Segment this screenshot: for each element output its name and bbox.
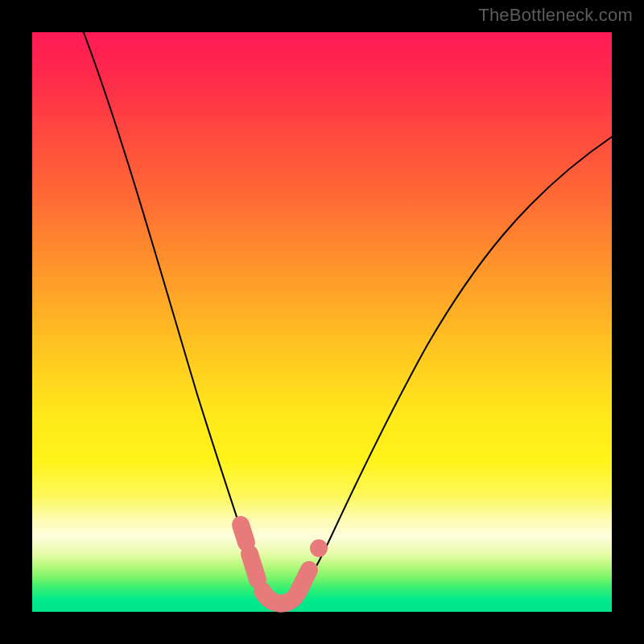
- highlight-dots: [241, 525, 328, 604]
- curve-svg: [32, 32, 612, 612]
- plot-area: [32, 32, 612, 612]
- chart-frame: TheBottleneck.com: [0, 0, 644, 644]
- dot-segment-left-upper: [241, 525, 246, 543]
- dot-right-high: [310, 539, 328, 557]
- dot-segment-right: [298, 570, 309, 592]
- bottleneck-curve: [80, 24, 612, 607]
- watermark-text: TheBottleneck.com: [478, 5, 633, 26]
- dot-segment-left-lower: [250, 554, 258, 580]
